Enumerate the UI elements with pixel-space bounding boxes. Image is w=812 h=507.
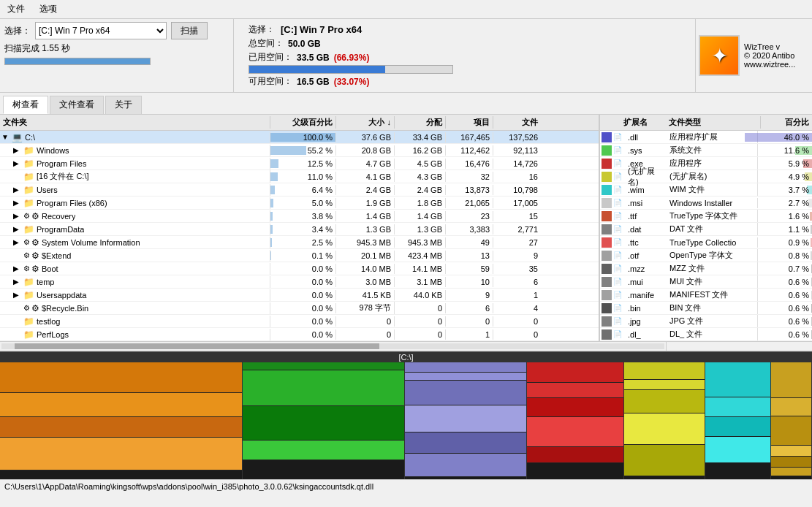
expand-icon[interactable]: ▼ (1, 133, 12, 141)
ext-row[interactable]: 📄 .manife MANIFEST 文件 0.6 % (600, 289, 812, 302)
treemap-block[interactable] (405, 432, 526, 454)
tree-row[interactable]: ⚙ ⚙ $Extend 0.1 % 20.1 MB 423.4 MB 13 9 (0, 249, 599, 262)
ext-row[interactable]: 📄 .bin BIN 文件 0.6 % (600, 302, 812, 315)
treemap-block[interactable] (624, 445, 705, 476)
h-scrollbar[interactable] (1, 343, 664, 349)
treemap-visual[interactable] (0, 362, 812, 479)
tab-tree-view[interactable]: 树查看 (3, 96, 48, 114)
tree-body[interactable]: ▼ 💻 C:\ 100.0 % 37.6 GB 33.4 GB 167,465 … (0, 131, 599, 341)
treemap-block[interactable] (771, 468, 811, 476)
treemap-block[interactable] (527, 447, 623, 463)
ext-name: .mzz (626, 264, 667, 274)
ext-row[interactable]: 📄 .msi Windows Installer 2.7 % (600, 197, 812, 210)
expand-icon[interactable]: ▶ (13, 186, 23, 194)
tree-row[interactable]: 📁 PerfLogs 0.0 % 0 0 1 0 (0, 328, 599, 341)
treemap-block[interactable] (527, 383, 623, 398)
treemap-block[interactable] (771, 457, 811, 468)
treemap-block[interactable] (624, 380, 705, 390)
ext-row[interactable]: 📄 .dl_ DL_ 文件 0.6 % (600, 328, 812, 341)
pct-bar (270, 172, 278, 181)
scan-progress (4, 58, 151, 65)
expand-icon[interactable]: ▶ (13, 199, 23, 207)
treemap-block[interactable] (405, 381, 526, 405)
treemap-block[interactable] (0, 362, 242, 393)
file-icon: 📄 (613, 212, 625, 220)
treemap-block[interactable] (771, 446, 811, 457)
folder-icon: ⚙ (31, 251, 39, 261)
expand-icon[interactable]: ▶ (13, 225, 23, 233)
expand-icon[interactable]: ▶ (13, 278, 23, 286)
tab-file-view[interactable]: 文件查看 (50, 96, 104, 114)
treemap-block[interactable] (771, 398, 811, 416)
ext-row[interactable]: 📄 .wim WIM 文件 3.7 % (600, 183, 812, 197)
ext-type: DAT 文件 (667, 223, 758, 235)
ext-row[interactable]: 📄 .dat DAT 文件 1.1 % (600, 223, 812, 236)
expand-icon[interactable]: ▶ (13, 238, 23, 246)
treemap-block[interactable] (705, 417, 770, 437)
treemap-block[interactable] (405, 405, 526, 432)
ext-row[interactable]: 📄 .mzz MZZ 文件 0.7 % (600, 262, 812, 275)
treemap-block[interactable] (243, 370, 404, 406)
tree-row[interactable]: ▶ ⚙ ⚙ System Volume Information 2.5 % 94… (0, 236, 599, 249)
pct-bar (270, 146, 306, 155)
treemap-block[interactable] (243, 441, 404, 460)
treemap-block[interactable] (771, 416, 811, 446)
treemap-block[interactable] (624, 390, 705, 413)
ext-row[interactable]: 📄 .ttf TrueType 字体文件 1.6 % (600, 210, 812, 223)
treemap-block[interactable] (705, 437, 770, 463)
expand-icon[interactable]: ▶ (13, 291, 23, 299)
treemap-block[interactable] (527, 362, 623, 383)
treemap-block[interactable] (624, 413, 705, 445)
treemap-block[interactable] (0, 393, 242, 417)
treemap-block[interactable] (0, 438, 242, 470)
expand-icon[interactable]: ▶ (13, 159, 23, 167)
treemap-block[interactable] (624, 362, 705, 380)
treemap-block[interactable] (243, 406, 404, 441)
menu-options[interactable]: 选项 (35, 1, 61, 17)
tree-row[interactable]: ▶ ⚙ ⚙ Recovery 3.8 % 1.4 GB 1.4 GB 23 15 (0, 210, 599, 223)
ext-row[interactable]: 📄 .jpg JPG 文件 0.6 % (600, 315, 812, 328)
tree-row[interactable]: ▶ 📁 ProgramData 3.4 % 1.3 GB 1.3 GB 3,38… (0, 223, 599, 236)
ext-row[interactable]: 📄 .mui MUI 文件 0.6 % (600, 275, 812, 289)
folder-icon: ⚙ (31, 237, 39, 248)
ext-row[interactable]: 📄 .ttc TrueType Collectio 0.9 % (600, 236, 812, 249)
tree-row[interactable]: ▶ 📁 Usersappdata 0.0 % 41.5 KB 44.0 KB 9… (0, 289, 599, 302)
treemap-block[interactable] (0, 417, 242, 438)
treemap-block[interactable] (405, 454, 526, 477)
tree-row[interactable]: ▶ 📁 Windows 55.2 % 20.8 GB 16.2 GB 112,4… (0, 144, 599, 157)
tab-about[interactable]: 关于 (105, 96, 142, 114)
tree-row[interactable]: ⚙ ⚙ $Recycle.Bin 0.0 % 978 字节 0 6 4 (0, 302, 599, 315)
ext-body[interactable]: 📄 .dll 应用程序扩展 46.0 % 📄 .sys 系统文件 11.6 % … (600, 131, 812, 341)
treemap-block[interactable] (771, 362, 811, 398)
treemap-block[interactable] (705, 362, 770, 397)
tree-cell-name: ▶ 📁 ProgramData (0, 224, 270, 235)
ext-row[interactable]: 📄 .dll 应用程序扩展 46.0 % (600, 131, 812, 144)
treemap-block[interactable] (527, 398, 623, 417)
ext-row[interactable]: 📄 .sys 系统文件 11.6 % (600, 144, 812, 157)
drive-select[interactable]: [C:] Win 7 Pro x64 (35, 22, 167, 39)
ext-row[interactable]: 📄 (无扩展名) (无扩展名) 4.9 % (600, 170, 812, 183)
file-icon: 📄 (613, 186, 625, 194)
tree-row[interactable]: ▶ 📁 Program Files 12.5 % 4.7 GB 4.5 GB 1… (0, 157, 599, 170)
expand-icon[interactable]: ▶ (13, 264, 23, 272)
expand-icon[interactable]: ▶ (13, 146, 23, 154)
scan-button[interactable]: 扫描 (171, 22, 208, 39)
tree-cell-items: 167,465 (446, 132, 493, 142)
wiztree-website: www.wiztree... (744, 60, 795, 69)
expand-icon[interactable]: ▶ (13, 212, 23, 220)
tree-row[interactable]: ▶ 📁 Users 6.4 % 2.4 GB 2.4 GB 13,873 10,… (0, 183, 599, 197)
tree-row[interactable]: ▶ ⚙ ⚙ Boot 0.0 % 14.0 MB 14.1 MB 59 35 (0, 262, 599, 275)
treemap-block[interactable] (405, 362, 526, 373)
tree-row[interactable]: ▼ 💻 C:\ 100.0 % 37.6 GB 33.4 GB 167,465 … (0, 131, 599, 144)
treemap-block[interactable] (405, 373, 526, 381)
treemap-block[interactable] (705, 397, 770, 417)
tree-row[interactable]: 📁 [16 文件在 C:\] 11.0 % 4.1 GB 4.3 GB 32 1… (0, 170, 599, 183)
ext-row[interactable]: 📄 .otf OpenType 字体文 0.8 % (600, 249, 812, 262)
menu-file[interactable]: 文件 (3, 1, 29, 17)
tree-row[interactable]: ▶ 📁 Program Files (x86) 5.0 % 1.9 GB 1.8… (0, 197, 599, 210)
tree-row[interactable]: 📁 testlog 0.0 % 0 0 0 0 (0, 315, 599, 328)
treemap-block[interactable] (243, 362, 404, 370)
h-scrollbar-thumb[interactable] (15, 343, 379, 349)
treemap-block[interactable] (527, 417, 623, 447)
tree-row[interactable]: ▶ 📁 temp 0.0 % 3.0 MB 3.1 MB 10 6 (0, 275, 599, 289)
